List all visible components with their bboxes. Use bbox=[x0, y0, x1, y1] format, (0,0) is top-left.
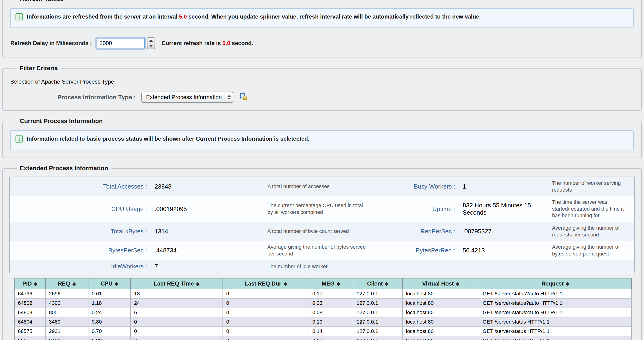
table-row[interactable]: 64796 2696 0.61 13 0 0.17 127.0.0.1 loca… bbox=[14, 289, 632, 299]
cell-cpu: 0.61 bbox=[88, 289, 130, 299]
column-header-label: Client bbox=[367, 280, 383, 287]
column-header-cpu[interactable]: CPU bbox=[88, 278, 130, 289]
sort-icon bbox=[385, 282, 388, 286]
column-header-last-req-time[interactable]: Last REQ Time bbox=[130, 278, 223, 289]
arrow-down-icon bbox=[149, 45, 153, 47]
cell-request: GET /server-status?auto HTTP/1.1 bbox=[479, 299, 632, 308]
sort-icon bbox=[456, 282, 459, 286]
cell-meg: 0.19 bbox=[309, 317, 353, 327]
stat-desc: The time the server was started/restarte… bbox=[548, 196, 634, 222]
stat-label: Total Accesses : bbox=[10, 177, 151, 196]
cell-last-req-dur: 0 bbox=[223, 327, 309, 336]
cell-virtual-host: localhost:80 bbox=[402, 289, 479, 299]
refresh-delay-input[interactable] bbox=[97, 38, 145, 48]
process-type-row: Process Information Type : Extended Proc… bbox=[10, 92, 634, 103]
column-header-label: Last REQ Time bbox=[154, 280, 194, 287]
cell-virtual-host: localhost:80 bbox=[402, 317, 479, 327]
cell-pid: 9505 bbox=[14, 336, 46, 340]
column-header-label: Virtual Host bbox=[422, 280, 454, 287]
column-header-label: PID bbox=[22, 280, 32, 287]
cell-meg: 0.23 bbox=[309, 299, 353, 308]
cell-last-req-time: 24 bbox=[130, 299, 223, 308]
cell-meg: 0.17 bbox=[309, 336, 353, 340]
cell-client: 127.0.0.1 bbox=[353, 327, 402, 336]
cell-client: 127.0.0.1 bbox=[353, 289, 402, 299]
current-process-legend: Current Process Information bbox=[17, 117, 106, 125]
cell-last-req-dur: 0 bbox=[223, 308, 309, 317]
cell-client: 127.0.0.1 bbox=[353, 308, 402, 317]
process-type-select[interactable]: Extended Process Information bbox=[141, 92, 233, 103]
column-header-pid[interactable]: PID bbox=[14, 278, 46, 289]
table-row[interactable]: 64802 4300 1.18 24 0 0.23 127.0.0.1 loca… bbox=[14, 299, 632, 308]
stat-row: Total Accesses : 23848 A total number of… bbox=[10, 177, 634, 196]
stat-desc: Average giving the number of requests pe… bbox=[548, 222, 634, 241]
column-header-request[interactable]: Request bbox=[479, 278, 632, 289]
stat-value: .000192095 bbox=[151, 196, 264, 222]
current-process-section: Current Process Information i Informatio… bbox=[2, 117, 642, 158]
info-icon: i bbox=[16, 13, 22, 20]
stat-label: ReqPerSec : bbox=[372, 222, 459, 241]
spinner-down-button[interactable] bbox=[148, 43, 154, 49]
column-header-client[interactable]: Client bbox=[353, 278, 402, 289]
column-header-virtual-host[interactable]: Virtual Host bbox=[402, 278, 479, 289]
cell-last-req-dur: 0 bbox=[223, 289, 309, 299]
table-row[interactable]: 64803 805 0.24 6 0 0.08 127.0.0.1 localh… bbox=[14, 308, 632, 317]
stat-row: BytesPerSec : .448734 Average giving the… bbox=[10, 241, 634, 260]
apply-process-type-icon[interactable] bbox=[239, 93, 248, 102]
table-row[interactable]: 68575 2931 0.70 0 0 0.14 127.0.0.1 local… bbox=[14, 327, 632, 336]
sort-icon bbox=[115, 282, 118, 286]
cell-meg: 0.17 bbox=[309, 289, 353, 299]
cell-req: 4300 bbox=[46, 299, 88, 308]
table-row[interactable]: 9505 3491 0.88 6 0 0.17 127.0.0.1 localh… bbox=[14, 336, 632, 340]
cell-virtual-host: localhost:80 bbox=[402, 299, 479, 308]
stat-value: 23848 bbox=[151, 177, 264, 196]
column-header-req[interactable]: REQ bbox=[46, 278, 88, 289]
current-rate-text: Current refresh rate is 5.0 second. bbox=[162, 40, 253, 46]
cell-req: 805 bbox=[46, 308, 88, 317]
column-header-last-req-dur[interactable]: Last REQ Dur bbox=[223, 278, 309, 289]
rate-text-after: second. bbox=[230, 40, 253, 46]
stat-desc: A total number of byte count served bbox=[264, 222, 372, 241]
process-table-header-row: PID REQ CPU Last REQ Time Last REQ Dur M… bbox=[14, 278, 632, 289]
stat-label: Uptime : bbox=[372, 196, 459, 222]
info-icon: i bbox=[16, 136, 22, 143]
cell-cpu: 0.80 bbox=[88, 317, 130, 327]
column-header-label: Request bbox=[542, 280, 564, 287]
stat-value bbox=[459, 260, 548, 273]
cell-cpu: 0.24 bbox=[88, 308, 130, 317]
sort-icon bbox=[566, 282, 569, 286]
cell-pid: 64802 bbox=[14, 299, 46, 308]
stat-desc: The number of worker serving requests bbox=[548, 177, 634, 196]
column-header-label: REQ bbox=[58, 280, 70, 287]
rate-text-before: Current refresh rate is bbox=[162, 40, 222, 46]
stat-value: 1314 bbox=[151, 222, 264, 241]
table-row[interactable]: 64804 3489 0.80 0 0 0.19 127.0.0.1 local… bbox=[14, 317, 632, 327]
cell-client: 127.0.0.1 bbox=[353, 317, 402, 327]
cell-request: GET /server-status?auto HTTP/1.1 bbox=[479, 289, 632, 299]
cell-pid: 64803 bbox=[14, 308, 46, 317]
spinner-up-button[interactable] bbox=[148, 38, 154, 43]
cell-cpu: 0.70 bbox=[88, 327, 130, 336]
cell-request: GET /server-status HTTP/1.1 bbox=[479, 327, 632, 336]
sort-icon bbox=[72, 282, 76, 286]
cell-request: GET /server-status?auto HTTP/1.1 bbox=[479, 308, 632, 317]
extended-process-legend: Extended Process Information bbox=[17, 165, 111, 172]
cell-last-req-time: 13 bbox=[130, 289, 223, 299]
current-process-info-text: Information related to basic process sta… bbox=[27, 135, 310, 143]
refresh-delay-spinner bbox=[97, 37, 155, 49]
cell-pid: 68575 bbox=[14, 327, 46, 336]
stat-value: .448734 bbox=[151, 241, 264, 260]
cell-request: GET /server-status HTTP/1.1 bbox=[479, 336, 632, 340]
stat-label: Total kBytes : bbox=[10, 222, 151, 241]
process-type-selected-value: Extended Process Information bbox=[146, 94, 222, 101]
cell-last-req-time: 0 bbox=[130, 327, 223, 336]
cell-meg: 0.14 bbox=[309, 327, 353, 336]
stat-value: 7 bbox=[151, 260, 264, 273]
column-header-label: CPU bbox=[101, 280, 113, 287]
cell-pid: 64804 bbox=[14, 317, 46, 327]
column-header-meg[interactable]: MEG bbox=[309, 278, 353, 289]
filter-criteria-legend: Filter Criteria bbox=[17, 65, 61, 72]
sort-icon bbox=[337, 282, 340, 286]
stat-value: .00795327 bbox=[459, 222, 548, 241]
column-header-label: Last REQ Dur bbox=[244, 280, 281, 287]
